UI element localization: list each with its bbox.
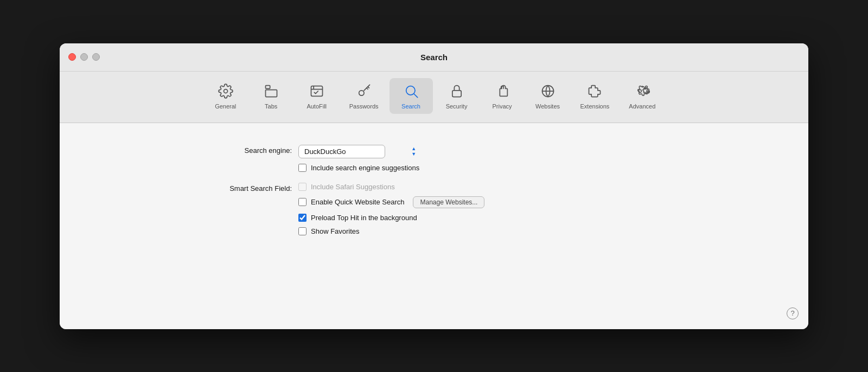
tab-passwords-label: Passwords — [349, 103, 379, 110]
svg-rect-9 — [452, 90, 461, 97]
tab-general-label: General — [215, 103, 236, 110]
include-safari-checkbox[interactable] — [298, 183, 307, 191]
settings-area: Search engine: DuckDuckGo Google Bing Ya… — [190, 145, 678, 235]
preload-top-hit-checkbox[interactable] — [298, 214, 307, 222]
select-arrows-icon: ▲ ▼ — [411, 146, 416, 157]
tab-general[interactable]: General — [204, 78, 247, 114]
hand-icon — [494, 82, 511, 100]
include-suggestions-label: Include search engine suggestions — [311, 164, 419, 172]
enable-quick-search-label: Enable Quick Website Search — [311, 198, 404, 206]
include-suggestions-checkbox[interactable] — [298, 164, 307, 172]
minimize-button[interactable] — [80, 53, 88, 61]
tab-extensions-label: Extensions — [580, 103, 610, 110]
tab-websites-label: Websites — [535, 103, 560, 110]
svg-point-6 — [359, 90, 363, 95]
svg-rect-3 — [311, 86, 322, 96]
tab-privacy-label: Privacy — [492, 103, 512, 110]
svg-point-7 — [406, 86, 414, 94]
close-button[interactable] — [68, 53, 76, 61]
tab-passwords[interactable]: Passwords — [341, 78, 387, 114]
maximize-button[interactable] — [92, 53, 100, 61]
tabs-icon — [263, 82, 280, 100]
tab-tabs[interactable]: Tabs — [250, 78, 293, 114]
gear-advanced-icon — [634, 82, 651, 100]
smart-search-label: Smart Search Field: — [190, 183, 298, 193]
traffic-lights — [68, 53, 100, 61]
tab-security-label: Security — [446, 103, 468, 110]
include-safari-row: Include Safari Suggestions — [298, 183, 484, 191]
show-favorites-label: Show Favorites — [311, 227, 360, 235]
enable-quick-search-checkbox[interactable] — [298, 198, 307, 206]
puzzle-icon — [586, 82, 603, 100]
show-favorites-row: Show Favorites — [298, 227, 484, 235]
svg-line-8 — [414, 94, 417, 97]
content-area: Search engine: DuckDuckGo Google Bing Ya… — [60, 123, 808, 329]
svg-rect-2 — [265, 89, 277, 97]
tab-websites[interactable]: Websites — [526, 78, 570, 114]
search-engine-select[interactable]: DuckDuckGo Google Bing Yahoo Ecosia — [298, 145, 385, 158]
manage-websites-button[interactable]: Manage Websites... — [413, 196, 484, 208]
tab-security[interactable]: Security — [435, 78, 478, 114]
tab-autofill[interactable]: AutoFill — [295, 78, 339, 114]
search-icon — [403, 82, 420, 100]
preload-top-hit-row: Preload Top Hit in the background — [298, 214, 484, 222]
search-engine-controls: DuckDuckGo Google Bing Yahoo Ecosia ▲ ▼ — [298, 145, 419, 172]
smart-search-controls: Include Safari Suggestions Enable Quick … — [298, 183, 484, 235]
show-favorites-checkbox[interactable] — [298, 227, 307, 235]
tab-autofill-label: AutoFill — [307, 103, 327, 110]
search-engine-label: Search engine: — [190, 145, 298, 155]
autofill-icon — [308, 82, 326, 100]
globe-icon — [539, 82, 557, 100]
search-engine-row: Search engine: DuckDuckGo Google Bing Ya… — [190, 145, 678, 172]
svg-point-0 — [224, 89, 227, 93]
tab-search-label: Search — [401, 103, 420, 110]
tab-search[interactable]: Search — [390, 78, 433, 114]
include-suggestions-row: Include search engine suggestions — [298, 164, 419, 172]
key-icon — [355, 82, 373, 100]
svg-rect-1 — [265, 85, 270, 88]
tab-privacy[interactable]: Privacy — [481, 78, 524, 114]
toolbar: General Tabs AutoFill — [60, 72, 808, 123]
search-engine-select-wrapper: DuckDuckGo Google Bing Yahoo Ecosia ▲ ▼ — [298, 145, 419, 158]
tab-extensions[interactable]: Extensions — [572, 78, 618, 114]
preload-top-hit-label: Preload Top Hit in the background — [311, 214, 417, 222]
main-window: Search General Tabs — [60, 43, 808, 329]
tab-tabs-label: Tabs — [265, 103, 277, 110]
smart-search-row: Smart Search Field: Include Safari Sugge… — [190, 183, 678, 235]
window-title: Search — [420, 53, 448, 62]
lock-icon — [448, 82, 465, 100]
titlebar: Search — [60, 43, 808, 72]
enable-quick-search-row: Enable Quick Website Search Manage Websi… — [298, 196, 484, 208]
tab-advanced-label: Advanced — [629, 103, 655, 110]
include-safari-label: Include Safari Suggestions — [311, 183, 395, 191]
gear-icon — [217, 82, 234, 100]
tab-advanced[interactable]: Advanced — [620, 78, 664, 114]
help-button[interactable]: ? — [787, 307, 799, 319]
